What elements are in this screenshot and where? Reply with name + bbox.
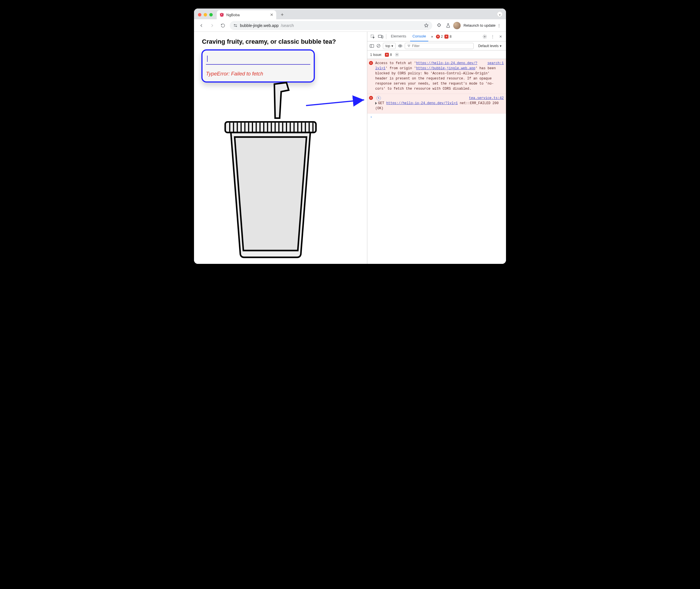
svg-rect-6 <box>225 122 316 133</box>
browser-tab[interactable]: NgBoba ✕ <box>217 10 276 19</box>
url-host: bubble-jingle.web.app <box>240 23 278 28</box>
error-count-badge[interactable]: ✕2 <box>436 35 443 39</box>
inspect-element-icon[interactable] <box>370 33 376 40</box>
window-controls <box>196 13 214 19</box>
bookmark-star-icon[interactable] <box>424 23 429 28</box>
filter-icon <box>407 44 410 48</box>
minimize-window-button[interactable] <box>204 13 207 16</box>
tab-elements[interactable]: Elements <box>389 32 409 41</box>
url-path: /search <box>281 23 294 28</box>
source-link[interactable]: tea.service.ts:42 <box>469 95 504 101</box>
console-toolbar: top▾ Default levels▾ <box>367 41 506 50</box>
svg-line-37 <box>377 44 380 47</box>
log-levels-selector[interactable]: Default levels▾ <box>476 43 504 49</box>
error-icon: ✕ <box>369 96 373 100</box>
content-area: Craving fruity, creamy, or classic bubbl… <box>194 32 506 264</box>
kebab-menu-icon[interactable]: ⋮ <box>497 23 501 27</box>
window-menu-chevron-icon[interactable]: ⌄ <box>497 11 503 17</box>
angular-favicon-icon <box>220 12 224 17</box>
tab-console[interactable]: Console <box>410 32 428 41</box>
close-window-button[interactable] <box>198 13 201 16</box>
filter-input[interactable] <box>412 44 471 48</box>
toolbar-right: Relaunch to update ⋮ <box>435 22 503 29</box>
new-tab-button[interactable]: + <box>278 11 286 18</box>
boba-cup-illustration <box>214 80 327 258</box>
svg-point-3 <box>234 24 235 25</box>
net-url[interactable]: https://hello-io-24.deno.dev/?lvl=1 <box>386 101 458 105</box>
console-error-cors: ✕ search:1 Access to fetch at 'https://h… <box>367 59 506 94</box>
device-toggle-icon[interactable] <box>378 33 384 40</box>
separator <box>386 34 386 39</box>
browser-window: NgBoba ✕ + ⌄ bubble-jingle.web.app/searc… <box>194 8 506 264</box>
svg-point-33 <box>484 36 485 37</box>
address-bar[interactable]: bubble-jingle.web.app/search <box>230 21 432 30</box>
issues-settings-icon[interactable] <box>395 52 399 57</box>
svg-point-4 <box>236 26 237 27</box>
svg-rect-32 <box>382 36 383 38</box>
fetch-error-text: TypeError: Failed to fetch <box>206 71 310 77</box>
svg-rect-34 <box>370 44 374 47</box>
relaunch-label: Relaunch to update <box>463 23 495 27</box>
cors-url-2[interactable]: https://bubble-jingle.web.app <box>416 66 475 70</box>
search-input[interactable] <box>206 53 310 65</box>
zoom-window-button[interactable] <box>209 13 213 16</box>
error-icon: ✕ <box>369 61 373 65</box>
clear-console-icon[interactable] <box>377 44 381 48</box>
tab-title: NgBoba <box>226 13 240 17</box>
labs-flask-icon[interactable] <box>444 22 452 29</box>
issues-label: 1 Issue: <box>370 53 382 57</box>
tabs-overflow-icon[interactable]: » <box>430 35 434 39</box>
issues-bar: 1 Issue: ✕8 <box>367 50 506 59</box>
devtools-close-icon[interactable]: ✕ <box>497 33 504 40</box>
page-heading: Craving fruity, creamy, or classic bubbl… <box>202 38 360 45</box>
svg-rect-31 <box>378 35 382 37</box>
console-prompt[interactable]: › <box>367 114 506 121</box>
text-caret <box>207 56 208 62</box>
chevron-down-icon: ▾ <box>392 44 393 48</box>
devtools-tabbar: Elements Console » ✕2 ✕8 ⋮ ✕ <box>367 32 506 41</box>
source-link[interactable]: search:1 <box>487 61 504 66</box>
devtools-panel: Elements Console » ✕2 ✕8 ⋮ ✕ <box>367 32 506 264</box>
devtools-kebab-icon[interactable]: ⋮ <box>490 33 496 40</box>
console-filter[interactable] <box>405 43 474 49</box>
network-badge-icon[interactable]: ⇅ <box>377 96 381 101</box>
console-error-net: ✕ tea.service.ts:42⇅ GET https://hello-i… <box>367 94 506 114</box>
console-sidebar-toggle-icon[interactable] <box>370 44 374 48</box>
search-card: TypeError: Failed to fetch <box>201 49 315 82</box>
svg-point-38 <box>400 45 401 46</box>
context-selector[interactable]: top▾ <box>383 43 396 49</box>
issues-count-badge[interactable]: ✕8 <box>385 53 392 57</box>
tab-strip: NgBoba ✕ + ⌄ <box>194 8 506 19</box>
forward-button[interactable] <box>208 22 216 29</box>
live-expression-icon[interactable] <box>398 44 403 48</box>
profile-avatar[interactable] <box>453 22 461 29</box>
reload-button[interactable] <box>219 22 227 29</box>
svg-point-39 <box>396 54 397 55</box>
browser-toolbar: bubble-jingle.web.app/search Relaunch to… <box>194 19 506 32</box>
issue-count-badge[interactable]: ✕8 <box>444 35 452 39</box>
site-settings-icon[interactable] <box>233 23 238 28</box>
relaunch-button[interactable]: Relaunch to update ⋮ <box>462 22 503 29</box>
close-tab-icon[interactable]: ✕ <box>270 12 273 17</box>
extensions-icon[interactable] <box>435 22 443 29</box>
disclosure-triangle-icon[interactable] <box>375 102 377 105</box>
back-button[interactable] <box>197 22 205 29</box>
console-output: ✕ search:1 Access to fetch at 'https://h… <box>367 59 506 264</box>
devtools-settings-icon[interactable] <box>482 33 488 40</box>
webpage: Craving fruity, creamy, or classic bubbl… <box>194 32 367 264</box>
chevron-down-icon: ▾ <box>500 44 501 48</box>
